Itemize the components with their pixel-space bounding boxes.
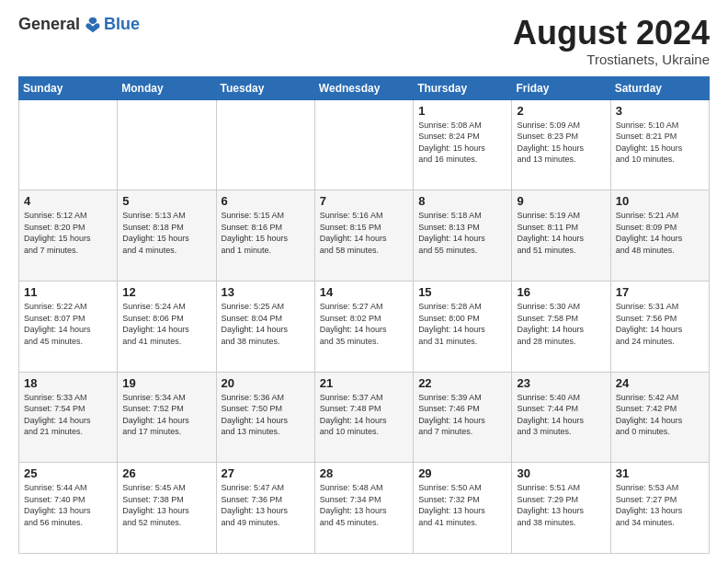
logo-blue-text: Blue [104, 15, 140, 34]
calendar-cell [19, 99, 118, 190]
day-number: 7 [320, 194, 408, 208]
day-number: 4 [24, 194, 112, 208]
day-info: Sunrise: 5:31 AM Sunset: 7:56 PM Dayligh… [616, 301, 704, 347]
calendar-header-tuesday: Tuesday [216, 76, 314, 99]
calendar-cell: 2Sunrise: 5:09 AM Sunset: 8:23 PM Daylig… [512, 99, 610, 190]
day-info: Sunrise: 5:18 AM Sunset: 8:13 PM Dayligh… [418, 210, 506, 256]
day-info: Sunrise: 5:09 AM Sunset: 8:23 PM Dayligh… [517, 120, 605, 166]
day-info: Sunrise: 5:10 AM Sunset: 8:21 PM Dayligh… [616, 120, 704, 166]
day-number: 22 [418, 376, 506, 390]
day-info: Sunrise: 5:15 AM Sunset: 8:16 PM Dayligh… [222, 210, 310, 256]
logo: General Blue [18, 15, 140, 34]
calendar-cell [216, 99, 314, 190]
day-info: Sunrise: 5:12 AM Sunset: 8:20 PM Dayligh… [24, 210, 112, 256]
calendar-cell: 7Sunrise: 5:16 AM Sunset: 8:15 PM Daylig… [314, 190, 413, 282]
day-number: 28 [320, 466, 408, 480]
calendar-cell: 14Sunrise: 5:27 AM Sunset: 8:02 PM Dayli… [314, 281, 413, 372]
calendar-week-row: 4Sunrise: 5:12 AM Sunset: 8:20 PM Daylig… [19, 190, 710, 282]
calendar-cell: 11Sunrise: 5:22 AM Sunset: 8:07 PM Dayli… [19, 281, 118, 372]
calendar-week-row: 11Sunrise: 5:22 AM Sunset: 8:07 PM Dayli… [19, 281, 710, 372]
day-number: 19 [122, 376, 210, 390]
day-number: 23 [517, 376, 605, 390]
calendar-header-saturday: Saturday [610, 76, 709, 99]
day-number: 5 [122, 194, 210, 208]
month-title: August 2024 [513, 15, 710, 52]
day-info: Sunrise: 5:53 AM Sunset: 7:27 PM Dayligh… [616, 482, 704, 528]
day-number: 21 [320, 376, 408, 390]
calendar-cell: 28Sunrise: 5:48 AM Sunset: 7:34 PM Dayli… [314, 463, 413, 554]
day-number: 24 [616, 376, 704, 390]
calendar-table: SundayMondayTuesdayWednesdayThursdayFrid… [18, 76, 710, 554]
day-info: Sunrise: 5:22 AM Sunset: 8:07 PM Dayligh… [24, 301, 112, 347]
calendar-cell: 19Sunrise: 5:34 AM Sunset: 7:52 PM Dayli… [118, 372, 216, 463]
calendar-header-row: SundayMondayTuesdayWednesdayThursdayFrid… [19, 76, 710, 99]
day-info: Sunrise: 5:13 AM Sunset: 8:18 PM Dayligh… [122, 210, 210, 256]
day-info: Sunrise: 5:36 AM Sunset: 7:50 PM Dayligh… [222, 392, 310, 438]
calendar-week-row: 1Sunrise: 5:08 AM Sunset: 8:24 PM Daylig… [19, 99, 710, 190]
day-info: Sunrise: 5:30 AM Sunset: 7:58 PM Dayligh… [517, 301, 605, 347]
day-info: Sunrise: 5:40 AM Sunset: 7:44 PM Dayligh… [517, 392, 605, 438]
day-info: Sunrise: 5:48 AM Sunset: 7:34 PM Dayligh… [320, 482, 408, 528]
calendar-cell: 12Sunrise: 5:24 AM Sunset: 8:06 PM Dayli… [118, 281, 216, 372]
day-number: 9 [517, 194, 605, 208]
calendar-cell: 4Sunrise: 5:12 AM Sunset: 8:20 PM Daylig… [19, 190, 118, 282]
day-number: 26 [122, 466, 210, 480]
calendar-cell [118, 99, 216, 190]
day-info: Sunrise: 5:28 AM Sunset: 8:00 PM Dayligh… [418, 301, 506, 347]
day-info: Sunrise: 5:37 AM Sunset: 7:48 PM Dayligh… [320, 392, 408, 438]
day-number: 20 [222, 376, 310, 390]
day-info: Sunrise: 5:34 AM Sunset: 7:52 PM Dayligh… [122, 392, 210, 438]
day-number: 2 [517, 104, 605, 118]
day-number: 30 [517, 466, 605, 480]
calendar-cell: 22Sunrise: 5:39 AM Sunset: 7:46 PM Dayli… [414, 372, 512, 463]
day-number: 12 [122, 285, 210, 299]
day-number: 17 [616, 285, 704, 299]
calendar-header-friday: Friday [512, 76, 610, 99]
calendar-cell: 23Sunrise: 5:40 AM Sunset: 7:44 PM Dayli… [512, 372, 610, 463]
day-info: Sunrise: 5:25 AM Sunset: 8:04 PM Dayligh… [222, 301, 310, 347]
day-number: 15 [418, 285, 506, 299]
day-number: 6 [222, 194, 310, 208]
calendar-cell: 31Sunrise: 5:53 AM Sunset: 7:27 PM Dayli… [610, 463, 709, 554]
calendar-header-monday: Monday [118, 76, 216, 99]
day-number: 25 [24, 466, 112, 480]
day-info: Sunrise: 5:39 AM Sunset: 7:46 PM Dayligh… [418, 392, 506, 438]
calendar-cell: 26Sunrise: 5:45 AM Sunset: 7:38 PM Dayli… [118, 463, 216, 554]
day-info: Sunrise: 5:42 AM Sunset: 7:42 PM Dayligh… [616, 392, 704, 438]
calendar-cell: 16Sunrise: 5:30 AM Sunset: 7:58 PM Dayli… [512, 281, 610, 372]
calendar-cell: 1Sunrise: 5:08 AM Sunset: 8:24 PM Daylig… [414, 99, 512, 190]
calendar-cell: 8Sunrise: 5:18 AM Sunset: 8:13 PM Daylig… [414, 190, 512, 282]
calendar-cell: 21Sunrise: 5:37 AM Sunset: 7:48 PM Dayli… [314, 372, 413, 463]
calendar-cell: 18Sunrise: 5:33 AM Sunset: 7:54 PM Dayli… [19, 372, 118, 463]
calendar-cell: 10Sunrise: 5:21 AM Sunset: 8:09 PM Dayli… [610, 190, 709, 282]
calendar-header-sunday: Sunday [19, 76, 118, 99]
day-number: 29 [418, 466, 506, 480]
calendar-header-thursday: Thursday [414, 76, 512, 99]
calendar-week-row: 25Sunrise: 5:44 AM Sunset: 7:40 PM Dayli… [19, 463, 710, 554]
logo-general-text: General [18, 15, 80, 34]
day-info: Sunrise: 5:21 AM Sunset: 8:09 PM Dayligh… [616, 210, 704, 256]
calendar-cell: 27Sunrise: 5:47 AM Sunset: 7:36 PM Dayli… [216, 463, 314, 554]
day-info: Sunrise: 5:33 AM Sunset: 7:54 PM Dayligh… [24, 392, 112, 438]
calendar-cell: 30Sunrise: 5:51 AM Sunset: 7:29 PM Dayli… [512, 463, 610, 554]
header: General Blue August 2024 Trostianets, Uk… [18, 15, 710, 67]
day-number: 31 [616, 466, 704, 480]
calendar-cell: 13Sunrise: 5:25 AM Sunset: 8:04 PM Dayli… [216, 281, 314, 372]
day-number: 3 [616, 104, 704, 118]
day-number: 14 [320, 285, 408, 299]
day-number: 8 [418, 194, 506, 208]
logo-bird-icon [84, 16, 102, 34]
calendar-cell [314, 99, 413, 190]
calendar-cell: 3Sunrise: 5:10 AM Sunset: 8:21 PM Daylig… [610, 99, 709, 190]
day-info: Sunrise: 5:47 AM Sunset: 7:36 PM Dayligh… [222, 482, 310, 528]
day-number: 27 [222, 466, 310, 480]
day-info: Sunrise: 5:24 AM Sunset: 8:06 PM Dayligh… [122, 301, 210, 347]
calendar-cell: 20Sunrise: 5:36 AM Sunset: 7:50 PM Dayli… [216, 372, 314, 463]
day-info: Sunrise: 5:50 AM Sunset: 7:32 PM Dayligh… [418, 482, 506, 528]
day-info: Sunrise: 5:44 AM Sunset: 7:40 PM Dayligh… [24, 482, 112, 528]
day-info: Sunrise: 5:19 AM Sunset: 8:11 PM Dayligh… [517, 210, 605, 256]
calendar-cell: 25Sunrise: 5:44 AM Sunset: 7:40 PM Dayli… [19, 463, 118, 554]
day-info: Sunrise: 5:27 AM Sunset: 8:02 PM Dayligh… [320, 301, 408, 347]
calendar-cell: 29Sunrise: 5:50 AM Sunset: 7:32 PM Dayli… [414, 463, 512, 554]
title-area: August 2024 Trostianets, Ukraine [513, 15, 710, 67]
